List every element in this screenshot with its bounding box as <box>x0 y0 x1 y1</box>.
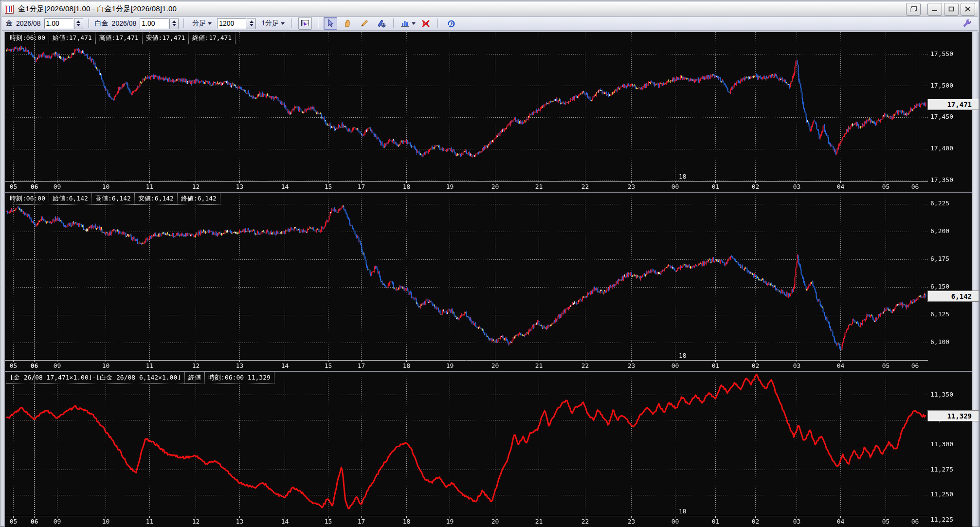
bar-count-spinner[interactable]: 1200 <box>217 18 256 29</box>
info-close-label: 終値 <box>185 372 205 383</box>
timeframe-dropdown[interactable]: 分足 <box>190 18 214 29</box>
platinum-multiplier-spinner[interactable]: 1.00 <box>140 18 179 29</box>
gold-multiplier-spinner[interactable]: 1.00 <box>44 18 83 29</box>
platinum-multiplier-spin-buttons[interactable] <box>169 18 179 29</box>
marker-tool-button[interactable] <box>375 17 388 30</box>
gold-chart-panel: 時刻:06:00 始値:17,471 高値:17,471 安値:17,471 終… <box>4 32 973 192</box>
info-high: 高値:6,142 <box>92 193 135 204</box>
toolbar-separator <box>317 18 319 28</box>
delete-study-button[interactable] <box>419 17 433 30</box>
gold-multiplier-value[interactable]: 1.00 <box>44 18 73 29</box>
spread-chart-panel: [金 26/08 17,471×1.00]-[白金 26/08 6,142×1.… <box>4 371 973 527</box>
refresh-icon: R <box>446 18 456 28</box>
gold-contract-label: 2026/08 <box>16 19 41 27</box>
new-window-button[interactable] <box>906 3 921 16</box>
info-close: 終値:17,471 <box>189 33 236 44</box>
pan-hand-icon <box>343 18 352 28</box>
platinum-contract-label: 2026/08 <box>112 19 137 27</box>
info-time-value: 時刻:06:00 11,329 <box>205 372 274 383</box>
toolbar-separator <box>291 18 293 28</box>
app-icon <box>5 5 14 14</box>
info-low: 安値:17,471 <box>143 33 189 44</box>
toolbar-separator <box>88 18 90 28</box>
interval-label: 1分足 <box>261 19 279 28</box>
platinum-info-bar: 時刻:06:00 始値:6,142 高値:6,142 安値:6,142 終値:6… <box>6 193 220 205</box>
marker-crosshair-icon <box>377 18 386 28</box>
chart-type-icon <box>400 18 410 28</box>
info-low: 安値:6,142 <box>135 193 178 204</box>
info-time: 時刻:06:00 <box>6 193 49 204</box>
info-open: 始値:17,471 <box>49 33 96 44</box>
window-controls <box>906 3 975 16</box>
pencil-draw-icon <box>360 18 369 28</box>
bar-count-spin-buttons[interactable] <box>247 18 256 29</box>
data-window-icon <box>300 18 310 28</box>
spread-chart-canvas[interactable] <box>5 372 973 527</box>
toolbar: 金 2026/08 1.00 白金 2026/08 1.00 分足 1200 1… <box>2 17 978 31</box>
chevron-down-icon <box>281 22 285 25</box>
info-close: 終値:6,142 <box>178 193 220 204</box>
bar-count-value[interactable]: 1200 <box>217 18 246 29</box>
platinum-last-price-box: 6,142 <box>927 291 979 302</box>
minimize-button[interactable] <box>927 3 942 16</box>
info-formula: [金 26/08 17,471×1.00]-[白金 26/08 6,142×1.… <box>6 372 185 383</box>
platinum-multiplier-value[interactable]: 1.00 <box>140 18 169 29</box>
delete-study-icon <box>421 18 431 28</box>
gold-chart-canvas[interactable] <box>5 32 973 192</box>
platinum-label: 白金 <box>95 19 109 28</box>
chart-type-button[interactable] <box>400 18 416 28</box>
maximize-button[interactable] <box>944 3 959 16</box>
toolbar-separator <box>393 18 395 28</box>
spread-last-price-box: 11,329 <box>927 410 979 421</box>
data-window-button[interactable] <box>298 17 312 30</box>
select-tool-button[interactable] <box>324 17 337 30</box>
toolbar-separator <box>437 18 439 28</box>
chevron-down-icon <box>412 22 416 25</box>
chevron-down-icon <box>208 22 212 25</box>
window-title: 金1分足[2026/08]1.00 - 白金1分足[2026/08]1.00 <box>18 4 902 14</box>
info-open: 始値:6,142 <box>49 193 92 204</box>
info-high: 高値:17,471 <box>96 33 143 44</box>
toolbar-separator <box>183 18 185 28</box>
draw-line-tool-button[interactable] <box>358 17 371 30</box>
close-button[interactable] <box>961 3 975 16</box>
gold-label: 金 <box>6 19 13 28</box>
settings-button[interactable] <box>961 17 974 30</box>
gold-last-price-box: 17,471 <box>927 99 979 110</box>
interval-dropdown[interactable]: 1分足 <box>259 18 287 29</box>
platinum-chart-canvas[interactable] <box>5 193 973 371</box>
select-tool-icon <box>326 19 335 28</box>
platinum-chart-panel: 時刻:06:00 始値:6,142 高値:6,142 安値:6,142 終値:6… <box>4 192 973 371</box>
wrench-settings-icon <box>962 18 972 28</box>
app-window: 金1分足[2026/08]1.00 - 白金1分足[2026/08]1.00 金… <box>0 0 980 527</box>
spread-info-bar: [金 26/08 17,471×1.00]-[白金 26/08 6,142×1.… <box>6 372 274 384</box>
title-bar: 金1分足[2026/08]1.00 - 白金1分足[2026/08]1.00 <box>2 2 978 17</box>
pan-tool-button[interactable] <box>341 17 354 30</box>
svg-text:R: R <box>451 21 454 26</box>
refresh-button[interactable]: R <box>444 17 458 30</box>
timeframe-label: 分足 <box>192 19 206 28</box>
gold-info-bar: 時刻:06:00 始値:17,471 高値:17,471 安値:17,471 終… <box>6 33 236 44</box>
gold-multiplier-spin-buttons[interactable] <box>74 18 83 29</box>
info-time: 時刻:06:00 <box>6 33 49 44</box>
